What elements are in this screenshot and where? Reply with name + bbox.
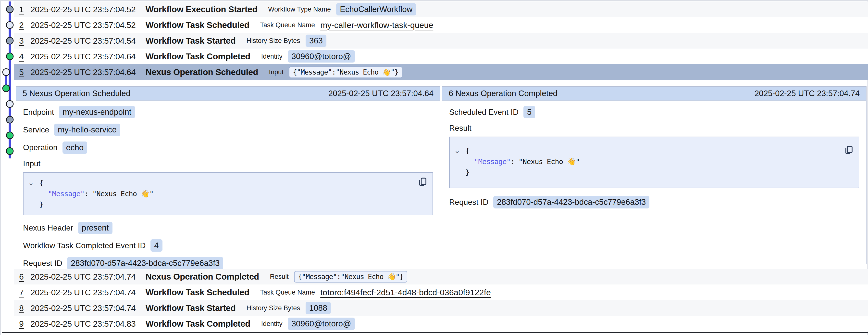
event-name: Workflow Task Scheduled: [146, 287, 249, 297]
panel-timestamp: 2025-02-25 UTC 23:57:04.74: [754, 89, 860, 98]
event-meta-label: History Size Bytes: [247, 37, 300, 45]
event-name: Workflow Task Scheduled: [146, 20, 249, 30]
event-row-6[interactable]: 6 2025-02-25 UTC 23:57:04.74 Nexus Opera…: [14, 269, 868, 284]
panel-title: 5 Nexus Operation Scheduled: [23, 89, 130, 98]
event-row-3[interactable]: 3 2025-02-25 UTC 23:57:04.54 Workflow Ta…: [14, 33, 868, 49]
timeline-dot: [6, 101, 13, 107]
event-row-5-selected[interactable]: 5 2025-02-25 UTC 23:57:04.64 Nexus Opera…: [14, 64, 868, 80]
json-value: "Nexus Echo 👋": [519, 158, 580, 166]
timeline-dot: [3, 85, 9, 92]
event-meta-label: Result: [270, 273, 289, 281]
event-row-9[interactable]: 9 2025-02-25 UTC 23:57:04.83 Workflow Ta…: [14, 316, 868, 332]
event-timestamp: 2025-02-25 UTC 23:57:04.54: [30, 36, 146, 46]
event-name: Nexus Operation Completed: [146, 272, 259, 282]
event-id-link[interactable]: 2: [19, 20, 30, 30]
timeline-dot: [6, 53, 13, 60]
wft-completed-event-id-label: Workflow Task Completed Event ID: [23, 241, 146, 250]
event-timestamp: 2025-02-25 UTC 23:57:04.74: [30, 303, 146, 313]
event-meta-label: History Size Bytes: [247, 304, 300, 312]
event-timestamp: 2025-02-25 UTC 23:57:04.64: [30, 52, 146, 61]
json-key: "Message": [48, 190, 84, 198]
event-detail-panels: 5 Nexus Operation Scheduled 2025-02-25 U…: [16, 86, 867, 264]
event-id-link[interactable]: 6: [19, 272, 30, 282]
panel-timestamp: 2025-02-25 UTC 23:57:04.64: [329, 89, 434, 98]
event-row-7[interactable]: 7 2025-02-25 UTC 23:57:04.74 Workflow Ta…: [14, 284, 868, 300]
collapse-chevron-icon[interactable]: ⌄: [28, 179, 34, 186]
event-name: Workflow Task Completed: [146, 52, 250, 61]
event-meta-badge: 30960@totoro@: [288, 317, 354, 330]
event-meta-label: Identity: [261, 320, 282, 328]
input-label: Input: [23, 159, 433, 168]
operation-label: Operation: [23, 143, 58, 152]
event-rows-top: 1 2025-02-25 UTC 23:57:04.52 Workflow Ex…: [14, 1, 868, 80]
event-id-link[interactable]: 4: [19, 52, 30, 61]
event-meta-badge: 1088: [306, 302, 331, 314]
nexus-header-badge: present: [78, 222, 113, 234]
request-id-badge: 283fd070-d57a-4423-bdca-c5c779e6a3f3: [493, 196, 649, 208]
event-meta-label: Identity: [261, 53, 282, 60]
timeline-dot: [6, 37, 13, 44]
event-row-4[interactable]: 4 2025-02-25 UTC 23:57:04.64 Workflow Ta…: [14, 49, 868, 64]
timeline-dot: [6, 22, 13, 28]
copy-button[interactable]: [417, 176, 428, 188]
event-json-chip: {"Message":"Nexus Echo 👋"}: [289, 66, 402, 78]
event-id-link[interactable]: 8: [19, 303, 30, 313]
copy-button[interactable]: [843, 144, 854, 156]
event-timestamp: 2025-02-25 UTC 23:57:04.52: [30, 20, 146, 30]
event-json-chip: {"Message":"Nexus Echo 👋"}: [294, 271, 407, 282]
result-label: Result: [449, 123, 859, 133]
event-history-view: 1 2025-02-25 UTC 23:57:04.52 Workflow Ex…: [0, 0, 868, 335]
request-id-label: Request ID: [23, 259, 62, 268]
event-name: Nexus Operation Scheduled: [146, 67, 258, 77]
service-badge: my-hello-service: [54, 123, 120, 136]
event-id-link[interactable]: 7: [19, 288, 30, 297]
endpoint-label: Endpoint: [23, 108, 54, 117]
service-label: Service: [23, 125, 49, 134]
event-name: Workflow Execution Started: [146, 4, 257, 14]
collapse-chevron-icon[interactable]: ⌄: [454, 147, 460, 154]
scheduled-event-id-badge: 5: [523, 106, 535, 118]
event-meta-label: Task Queue Name: [260, 289, 315, 296]
event-timestamp: 2025-02-25 UTC 23:57:04.83: [30, 319, 146, 329]
result-json-viewer: ⌄ { "Message": "Nexus Echo 👋" }: [449, 137, 859, 188]
event-row-1[interactable]: 1 2025-02-25 UTC 23:57:04.52 Workflow Ex…: [14, 1, 868, 17]
request-id-badge: 283fd070-d57a-4423-bdca-c5c779e6a3f3: [67, 257, 223, 269]
event-row-8[interactable]: 8 2025-02-25 UTC 23:57:04.74 Workflow Ta…: [14, 300, 868, 316]
event-meta-badge: 30960@totoro@: [288, 50, 354, 62]
wft-completed-event-id-badge: 4: [151, 239, 162, 252]
event-meta-badge: 363: [306, 34, 327, 47]
task-queue-link[interactable]: totoro:f494fecf-2d51-4d48-bdcd-036a0f912…: [320, 288, 491, 297]
timeline-dot: [3, 69, 9, 76]
event-timestamp: 2025-02-25 UTC 23:57:04.52: [30, 5, 146, 14]
panel-header[interactable]: 5 Nexus Operation Scheduled 2025-02-25 U…: [16, 87, 440, 101]
event-meta-label: Input: [269, 68, 283, 76]
nexus-scheduled-panel: 5 Nexus Operation Scheduled 2025-02-25 U…: [16, 86, 440, 264]
timeline-dot: [6, 6, 13, 13]
panel-body: Scheduled Event ID 5 Result ⌄ { "Message…: [442, 101, 866, 219]
nexus-completed-panel: 6 Nexus Operation Completed 2025-02-25 U…: [442, 86, 867, 264]
scheduled-event-id-label: Scheduled Event ID: [449, 108, 519, 117]
timeline-dot: [6, 132, 13, 139]
event-meta-label: Workflow Type Name: [268, 6, 331, 13]
event-timestamp: 2025-02-25 UTC 23:57:04.74: [30, 272, 146, 282]
bottom-divider: [2, 332, 868, 333]
event-row-2[interactable]: 2 2025-02-25 UTC 23:57:04.52 Workflow Ta…: [14, 17, 868, 33]
task-queue-link[interactable]: my-caller-workflow-task-queue: [320, 20, 433, 30]
endpoint-badge: my-nexus-endpoint: [59, 106, 135, 118]
event-id-link[interactable]: 3: [19, 36, 30, 46]
event-id-link[interactable]: 1: [19, 5, 30, 14]
event-name: Workflow Task Completed: [146, 319, 250, 329]
event-timestamp: 2025-02-25 UTC 23:57:04.74: [30, 288, 146, 297]
panel-title: 6 Nexus Operation Completed: [449, 89, 558, 98]
copy-icon: [843, 145, 854, 155]
event-name: Workflow Task Started: [146, 36, 236, 46]
event-meta-badge: EchoCallerWorkflow: [336, 3, 416, 16]
json-value: "Nexus Echo 👋": [92, 190, 153, 198]
panel-header[interactable]: 6 Nexus Operation Completed 2025-02-25 U…: [442, 87, 866, 101]
event-id-link[interactable]: 5: [19, 67, 30, 77]
request-id-label: Request ID: [449, 198, 488, 207]
timeline-dot: [6, 148, 13, 155]
event-id-link[interactable]: 9: [19, 319, 30, 329]
timeline-dot: [6, 116, 13, 123]
nexus-header-label: Nexus Header: [23, 223, 73, 232]
